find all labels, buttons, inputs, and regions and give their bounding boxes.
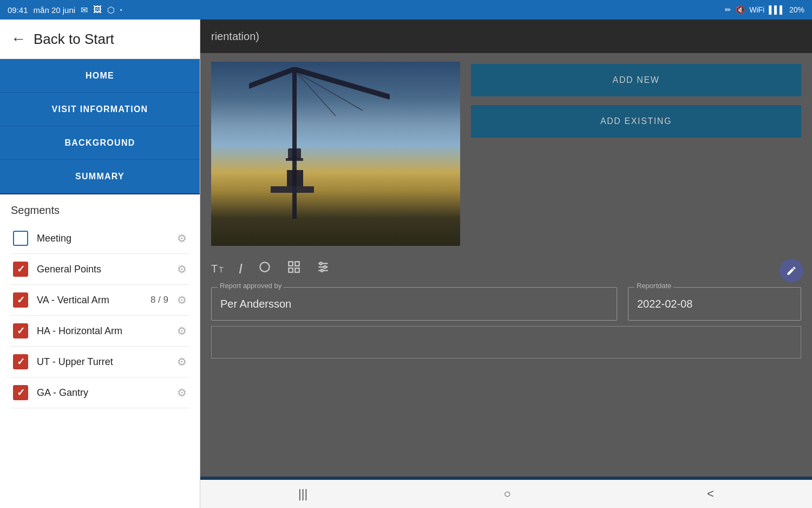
pen-italic-icon[interactable]: I [239, 260, 243, 277]
segment-count: 8 / 9 [150, 295, 168, 305]
sliders-icon[interactable] [316, 260, 330, 277]
pencil-fab-button[interactable] [780, 259, 803, 283]
list-item[interactable]: ✓ General Points ⚙ [11, 254, 189, 285]
segment-settings-icon: ⚙ [177, 294, 187, 307]
nav-summary[interactable]: SUMMARY [0, 160, 200, 193]
checkmark-icon: ✓ [17, 295, 25, 305]
ship-image-container [211, 62, 460, 246]
circle-tool-icon[interactable] [258, 260, 272, 277]
add-new-button[interactable]: ADD NEW [471, 64, 801, 96]
segment-checkbox-ut[interactable]: ✓ [13, 354, 28, 369]
checkmark-icon: ✓ [17, 326, 25, 336]
main-content: rientation) [200, 19, 812, 508]
checkbox-unchecked [13, 231, 28, 246]
status-bar-left: 09:41 mån 20 juni ✉ 🖼 ⬡ • [8, 5, 122, 15]
segment-settings-icon: ⚙ [177, 263, 187, 276]
checkmark-icon: ✓ [17, 388, 25, 398]
dot-icon: • [120, 7, 122, 13]
nav-back-button[interactable]: < [707, 487, 714, 501]
svg-rect-4 [271, 186, 314, 193]
report-date-field: Reportdate [628, 287, 801, 321]
segment-checkbox-meeting[interactable] [13, 231, 28, 246]
header-text: rientation) [211, 30, 259, 43]
report-date-label: Reportdate [634, 282, 673, 290]
nav-home-button[interactable]: ○ [503, 487, 510, 501]
date-display: mån 20 juni [34, 5, 76, 15]
nav-background[interactable]: BACKGROUND [0, 126, 200, 160]
list-item[interactable]: ✓ UT - Upper Turret ⚙ [11, 347, 189, 377]
svg-rect-13 [295, 268, 299, 272]
segment-settings-icon: ⚙ [177, 355, 187, 368]
list-item[interactable]: ✓ HA - Horizontal Arm ⚙ [11, 316, 189, 347]
checkbox-checked: ✓ [13, 354, 28, 369]
segment-checkbox-general[interactable]: ✓ [13, 262, 28, 277]
battery-display: 20% [789, 5, 804, 14]
nav-menu-button[interactable]: ||| [298, 487, 307, 501]
mute-icon: 🔇 [736, 5, 745, 14]
segment-checkbox-ha[interactable]: ✓ [13, 323, 28, 338]
checkbox-checked: ✓ [13, 323, 28, 338]
report-date-input[interactable] [628, 287, 801, 321]
list-item[interactable]: Meeting ⚙ [11, 223, 189, 254]
add-existing-button[interactable]: ADD EXISTING [471, 105, 801, 138]
segment-label: UT - Upper Turret [37, 356, 168, 368]
text-area-section [200, 321, 812, 477]
approved-by-field: Report approved by [211, 287, 617, 321]
notes-textarea[interactable] [211, 326, 801, 359]
wifi-icon: WiFi [749, 5, 764, 14]
time-display: 09:41 [8, 5, 28, 15]
signal-icon: ▌▌▌ [769, 5, 785, 14]
svg-rect-7 [288, 148, 301, 159]
status-bar: 09:41 mån 20 juni ✉ 🖼 ⬡ • ✏ 🔇 WiFi ▌▌▌ 2… [0, 0, 812, 19]
main-header: rientation) [200, 19, 812, 53]
crane-svg [227, 62, 390, 246]
segment-settings-icon: ⚙ [177, 386, 187, 399]
svg-rect-11 [295, 262, 299, 266]
list-item[interactable]: ✓ GA - Gantry ⚙ [11, 377, 189, 408]
checkbox-checked: ✓ [13, 292, 28, 308]
svg-rect-0 [292, 67, 297, 219]
nav-buttons: HOME VISIT INFORMATION BACKGROUND SUMMAR… [0, 59, 200, 194]
nav-visit-info[interactable]: VISIT INFORMATION [0, 93, 200, 126]
text-size-icon[interactable]: TT [211, 263, 224, 275]
segment-label: GA - Gantry [37, 387, 168, 399]
checkmark-icon: ✓ [17, 264, 25, 274]
checkbox-checked: ✓ [13, 262, 28, 277]
nav-home[interactable]: HOME [0, 59, 200, 93]
segment-label: VA - Vertical Arm [37, 295, 142, 306]
form-section: Report approved by Reportdate [200, 287, 812, 321]
segments-title: Segments [11, 204, 189, 217]
right-panel: ADD NEW ADD EXISTING [471, 62, 801, 138]
toolbar: TT I [200, 255, 812, 283]
top-section: ADD NEW ADD EXISTING [200, 53, 812, 255]
grid-tool-icon[interactable] [287, 260, 301, 277]
status-bar-right: ✏ 🔇 WiFi ▌▌▌ 20% [725, 5, 804, 14]
back-arrow-icon: ← [11, 30, 26, 48]
content-area: ADD NEW ADD EXISTING TT I [200, 53, 812, 477]
back-label: Back to Start [34, 31, 114, 48]
list-item[interactable]: ✓ VA - Vertical Arm 8 / 9 ⚙ [11, 285, 189, 316]
svg-point-9 [260, 262, 269, 271]
approved-by-input[interactable] [211, 287, 617, 321]
svg-rect-10 [289, 262, 293, 266]
segment-label: HA - Horizontal Arm [37, 325, 168, 337]
gmail-icon: ✉ [81, 5, 88, 15]
back-button[interactable]: ← Back to Start [0, 19, 200, 59]
svg-rect-8 [286, 158, 303, 161]
ship-image [211, 62, 460, 246]
sidebar: ← Back to Start HOME VISIT INFORMATION B… [0, 19, 200, 508]
segments-section: Segments Meeting ⚙ ✓ General Points ⚙ [0, 194, 200, 508]
svg-point-19 [321, 269, 323, 271]
segment-checkbox-va[interactable]: ✓ [13, 292, 28, 308]
segment-settings-icon: ⚙ [177, 232, 187, 245]
bottom-nav: ||| ○ < [200, 480, 812, 508]
pencil-icon [786, 265, 797, 276]
checkmark-icon: ✓ [17, 357, 25, 367]
photo-icon: 🖼 [93, 5, 102, 15]
svg-point-17 [320, 262, 322, 264]
svg-rect-3 [287, 170, 303, 186]
segment-checkbox-ga[interactable]: ✓ [13, 385, 28, 400]
segment-settings-icon: ⚙ [177, 324, 187, 337]
svg-marker-2 [249, 67, 292, 89]
svg-marker-1 [297, 67, 390, 100]
